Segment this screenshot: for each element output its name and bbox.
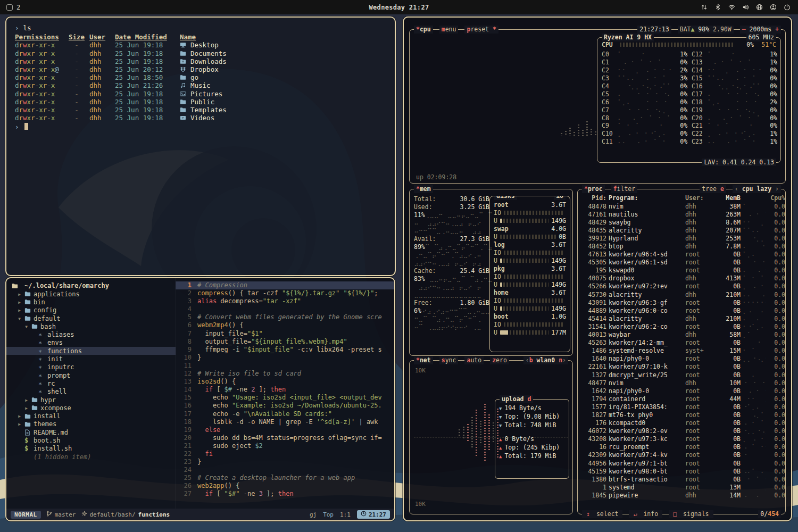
process-row[interactable]: 48429 swaybg dhh 8.6M ⠂⠂⠀⠀⡀⠀ 0.0 (578, 218, 785, 226)
net-panel-label[interactable]: upload d (500, 395, 533, 403)
network-icon[interactable] (756, 4, 763, 11)
code-line[interactable]: 17 echo -e "\nAvailable SD cards:" (176, 410, 394, 418)
process-row[interactable]: 1640 napi/phy0-0 root 0B ⡀⡀⠐⠠⡀⠂ 0.0 (578, 355, 785, 363)
file-name[interactable]: Dropbox (190, 65, 219, 73)
code-line[interactable]: 16 echo "Example: iso2sd ~/Downloads/ubu… (176, 402, 394, 410)
code-line[interactable]: 6 webm2mp4() { (176, 321, 394, 329)
net-auto-toggle[interactable]: auto (464, 356, 484, 364)
tree-item[interactable]: ▾ bash (6, 322, 176, 330)
net-zero-toggle[interactable]: zero (490, 356, 509, 364)
process-row[interactable]: 40013 waybar dhh 58M ⡀⠁⠀⠀⠀⠀ 0.0 (578, 331, 785, 339)
code-line[interactable]: 2 compress() { tar -czf "${1%/}.tar.gz" … (176, 289, 394, 297)
process-row[interactable]: 45159 kworker/u98:0-bt root 0B ⠠⠄⠁⠀⠄⠀ 0.… (578, 467, 785, 475)
process-row[interactable]: 45414 alacritty dhh 210M ⠄⠀⠀⠄⠀⠀ 0.0 (578, 314, 785, 322)
code-line[interactable]: 3 alias decompress="tar -xzf" (176, 297, 394, 305)
tree-item[interactable]: ▸ applications (6, 290, 176, 298)
tree-item[interactable]: ∗ inputrc (6, 363, 176, 371)
terminal-window[interactable]: › ls Permissions Size User Date Modified… (5, 16, 396, 276)
code-line[interactable]: 25 # Create a desktop launcher for a web… (176, 474, 394, 482)
process-row[interactable]: 1827 mt76-tx phy0 root 0B ⠀⠀⠠⡀⠁⠀ 0.0 (578, 411, 785, 419)
tree-item[interactable]: ▸ install (6, 412, 176, 420)
process-row[interactable]: 39912 Hyprland dhh 253M ⠀⠀⠐⡀⡀⠐ 0.0 (578, 234, 785, 242)
process-row[interactable]: 45730 alacritty dhh 210M ⠄⠄⠀⠀⠠⠀ 0.0 (578, 290, 785, 298)
file-name[interactable]: Music (190, 81, 211, 89)
bluetooth-icon[interactable] (714, 4, 721, 11)
code-line[interactable]: 11 (176, 362, 394, 370)
proc-tree-toggle[interactable]: tree e (700, 185, 726, 193)
preset-button[interactable]: preset * (464, 26, 498, 34)
process-row[interactable]: 45305 kworker/u96:1-sd root 0B ⠀⠀⠐⠀⠐⠀ 0.… (578, 259, 785, 267)
tree-item[interactable]: (1 hidden item) (6, 453, 176, 461)
workspace-indicator[interactable]: 2 (0, 4, 20, 11)
menu-button[interactable]: menu (439, 26, 459, 34)
tree-item[interactable]: ∗ shell (6, 388, 176, 396)
about-icon[interactable] (770, 4, 777, 11)
tree-item[interactable]: ▸ config (6, 306, 176, 314)
process-row[interactable]: 44956 kworker/u97:1-bt root 0B ⠀⠀⠀⠀⠀⠀ 0.… (578, 459, 785, 467)
process-row[interactable]: 1380 btrfs-transactio root 0B ⠀⠂⠀⠁⠀⠂ 0.0 (578, 475, 785, 483)
file-name[interactable]: Videos (190, 114, 214, 122)
tree-item[interactable]: $ boot.sh (6, 436, 176, 444)
code-line[interactable]: 12 # Write iso file to sd card (176, 370, 394, 378)
tree-item[interactable]: ∗ prompt (6, 371, 176, 379)
tree-item[interactable]: $ install.sh (6, 445, 176, 453)
code-line[interactable]: 10 } (176, 354, 394, 362)
code-line[interactable]: 7 input_file="$1" (176, 330, 394, 338)
tree-item[interactable]: ∗ rc (6, 379, 176, 387)
process-row[interactable]: 44889 kworker/u96:0-co root 0B ⡀⠠⠀⠀⠄⠀ 0.… (578, 306, 785, 314)
code-line[interactable]: 20 sudo dd bs=4M status=progress oflag=s… (176, 434, 394, 442)
process-row[interactable]: 1327 dmcrypt_write/25 root 0B ⠀⠀⠄⠀⠀⠀ 0.0 (578, 371, 785, 379)
code-line[interactable]: 4 (176, 305, 394, 313)
code-line[interactable]: 24 (176, 466, 394, 474)
code-line[interactable]: 22 fi (176, 450, 394, 458)
code-line[interactable]: 26 web2app() { (176, 482, 394, 490)
process-row[interactable]: 16 rcu_preempt root 0B ⠠⠀⠁⠀⠂⠂ 0.0 (578, 443, 785, 451)
process-row[interactable]: 42309 kworker/u97:4-kv root 0B ⠐⠀⠀⠀⠀⠀ 0.… (578, 451, 785, 459)
tree-item[interactable]: ▾ default (6, 314, 176, 322)
tree-root[interactable]: ~/.local/share/omarchy (6, 281, 176, 290)
process-row[interactable]: 48478 nvim dhh 38M ⠁⠀⠀⠀⠀⠐ 0.0 (578, 202, 785, 210)
file-name[interactable]: Public (190, 98, 214, 106)
file-name[interactable]: Desktop (190, 41, 219, 49)
code-line[interactable]: 23 } (176, 458, 394, 466)
proc-footer-action[interactable]: □signals (669, 510, 713, 518)
process-row[interactable]: 1 systemd root 13M ⠀⠀⠀⠀⠀⡀ 0.0 (578, 483, 785, 491)
process-row[interactable]: 1486 systemd-resolve syst+ 15M ⠂⠀⠁⠀⠀⠀ 0.… (578, 347, 785, 355)
process-row[interactable]: 43208 kworker/u97:3-kc root 0B ⡀⠀⠠⠀⠂⠀ 0.… (578, 435, 785, 443)
process-row[interactable]: 43091 kworker/u96:3-gf root 0B ⠂⠂⠂⠂⠂⠂ 0.… (578, 298, 785, 306)
process-row[interactable]: 48477 nvim dhh 10M ⠐⠀⠐⠀⠐⠀ 0.0 (578, 379, 785, 387)
code-line[interactable]: 14 if [ $# -ne 2 ]; then (176, 386, 394, 394)
process-row[interactable]: 46072 kworker/u98:2-ev root 0B ⠐⡀⡀⠐⠠⡀ 0.… (578, 427, 785, 435)
process-row[interactable]: 22161 kworker/u97:10-k root 0B ⠀⠀⠀⠀⠀⠀ 0.… (578, 363, 785, 371)
code-line[interactable]: 18 lsblk -d -o NAME | grep -E '^sd[a-z]'… (176, 418, 394, 426)
io-label[interactable]: io (554, 196, 566, 200)
code-line[interactable]: 1 # Compression (176, 281, 394, 289)
tree-item[interactable]: ▸ themes (6, 420, 176, 428)
process-row[interactable]: 48435 alacritty dhh 207M ⠁⠁⠄⠄⠀⠀ 0.0 (578, 226, 785, 234)
tree-item[interactable]: ∗ functions (6, 347, 176, 355)
process-row[interactable]: 1794 containerd root 44M ⠀⠂⠂⠀⠀⡀ 0.0 (578, 395, 785, 403)
code-line[interactable]: 21 sudo eject $2 (176, 442, 394, 450)
proc-footer-action[interactable]: ↕select (582, 510, 622, 518)
file-name[interactable]: Templates (190, 106, 227, 114)
process-row[interactable]: 47161 nautilus dhh 263M ⠀⠠⠀⠂⠀⠁ 0.0 (578, 210, 785, 218)
process-row[interactable]: 48452 btop dhh 7.8M ⠄⠀⠀⠀⠐⠀ 0.0 (578, 242, 785, 250)
tree-item[interactable]: ▸ xcompose (6, 404, 176, 412)
refresh-rate-control[interactable]: ─ 2000ms + (740, 26, 781, 34)
process-row[interactable]: 47613 kworker/u96:4-sd root 0B ⠁⡀⠄⠀⠀⠀ 0.… (578, 251, 785, 259)
file-name[interactable]: go (190, 73, 198, 81)
editor-window[interactable]: ~/.local/share/omarchy ▸ applications ▸ … (5, 277, 395, 521)
process-row[interactable]: 1577 irq/81-PIXA3854: root 0B ⠐⠁⡀⠄⠀⠀ 0.0 (578, 403, 785, 411)
proc-sort-selector[interactable]: ‹ cpu lazy › (733, 185, 781, 193)
process-row[interactable]: 195 kswapd0 root 0B ⠄⠀⠀⠠⠀⠂ 0.0 (578, 267, 785, 275)
tree-item[interactable]: ∗ aliases (6, 330, 176, 338)
net-sync-toggle[interactable]: sync (439, 356, 459, 364)
code-line[interactable]: 9 ffmpeg -i "$input_file" -c:v libx264 -… (176, 346, 394, 354)
file-name[interactable]: Downloads (190, 57, 227, 65)
process-row[interactable]: 40075 dropbox dhh 413M ⠁⠀⠂⠀⠁⠀ 0.0 (578, 275, 785, 282)
proc-footer-action[interactable]: ↵info (629, 510, 662, 518)
code-line[interactable]: 27 if [ "$#" -ne 3 ]; then (176, 490, 394, 498)
tree-item[interactable]: ∗ envs (6, 339, 176, 347)
code-line[interactable]: 13 iso2sd() { (176, 378, 394, 386)
code-line[interactable]: 8 output_file="${input_file%.webm}.mp4" (176, 338, 394, 346)
